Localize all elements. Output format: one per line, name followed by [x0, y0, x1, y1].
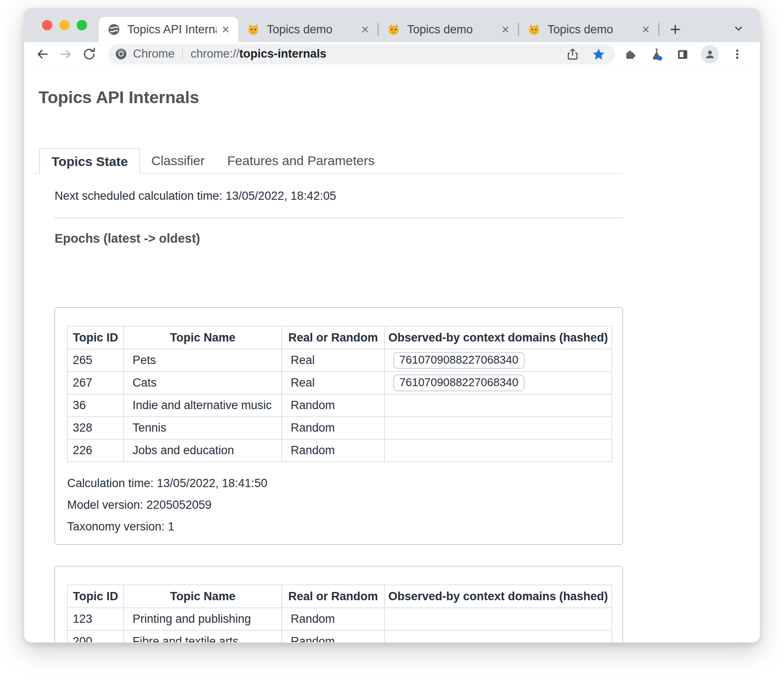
epoch-box: Topic IDTopic NameReal or RandomObserved…	[55, 307, 623, 545]
page-tab-classifier[interactable]: Classifier	[140, 148, 216, 173]
column-header-topic-name: Topic Name	[124, 585, 282, 608]
tab-close-button[interactable]	[219, 23, 232, 36]
cell-real-or-random: Random	[282, 439, 385, 462]
next-calculation-time: Next scheduled calculation time: 13/05/2…	[55, 189, 623, 203]
table-row: 328TennisRandom	[68, 417, 612, 439]
epochs-heading: Epochs (latest -> oldest)	[55, 231, 623, 246]
three-dot-menu-icon	[731, 48, 743, 60]
epoch-table: Topic IDTopic NameReal or RandomObserved…	[67, 326, 612, 462]
table-row: 267CatsReal7610709088227068340	[68, 372, 612, 394]
flask-icon	[650, 47, 664, 61]
profile-button[interactable]	[701, 45, 719, 63]
epochs-list: Topic IDTopic NameReal or RandomObserved…	[55, 307, 623, 643]
tab-separator	[658, 23, 659, 36]
globe-icon	[107, 23, 120, 36]
tab-search-button[interactable]	[731, 21, 746, 36]
browser-tab[interactable]: Topics demo	[519, 17, 658, 42]
column-header-topic-id: Topic ID	[68, 585, 124, 608]
tab-title: Topics API Internals	[127, 23, 217, 36]
column-header-observed-by-context-domains-hashed-: Observed-by context domains (hashed)	[385, 585, 612, 608]
forward-arrow-icon	[58, 47, 73, 62]
bookmark-button[interactable]	[591, 46, 606, 62]
back-button[interactable]	[34, 46, 51, 63]
page-content: Topics API Internals Topics StateClassif…	[24, 66, 760, 643]
page-tab-topics-state[interactable]: Topics State	[39, 148, 140, 174]
page-tab-features-and-parameters[interactable]: Features and Parameters	[216, 148, 386, 173]
cell-topic-name: Pets	[124, 349, 282, 372]
avatar-icon	[703, 48, 716, 61]
tab-close-button[interactable]	[359, 23, 372, 36]
menu-button[interactable]	[729, 46, 745, 62]
plus-icon	[669, 23, 681, 36]
browser-toolbar: Chrome chrome://topics-internals	[24, 42, 760, 66]
browser-tab[interactable]: Topics demo	[238, 17, 378, 42]
tab-strip: Topics API Internals Topics demo Topics …	[24, 8, 760, 42]
epoch-meta-line: Taxonomy version: 1	[67, 516, 611, 537]
topics-state-panel: Next scheduled calculation time: 13/05/2…	[55, 189, 623, 643]
experiments-button[interactable]	[649, 46, 664, 62]
side-panel-icon	[676, 48, 689, 61]
cell-topic-name: Jobs and education	[124, 439, 282, 462]
observed-domain-chip: 7610709088227068340	[393, 352, 525, 369]
share-button[interactable]	[565, 46, 580, 62]
reload-icon	[82, 47, 97, 62]
observed-domain-chip: 7610709088227068340	[393, 374, 525, 391]
cell-real-or-random: Random	[282, 394, 385, 417]
column-header-real-or-random: Real or Random	[282, 585, 385, 608]
cell-observed-domains: 7610709088227068340	[385, 349, 612, 372]
new-tab-button[interactable]	[665, 20, 685, 39]
cell-observed-domains	[385, 608, 612, 631]
cell-topic-name: Indie and alternative music	[124, 394, 282, 417]
cell-real-or-random: Random	[282, 631, 385, 643]
share-icon	[566, 48, 579, 61]
extensions-button[interactable]	[623, 46, 638, 62]
tab-title: Topics demo	[548, 23, 637, 36]
cell-topic-name: Cats	[124, 372, 282, 394]
cell-topic-id: 36	[68, 394, 124, 417]
omnibox-separator	[182, 49, 183, 60]
cat-icon	[387, 23, 400, 36]
epoch-meta: Calculation time: 13/05/2022, 18:41:50Mo…	[67, 472, 611, 537]
url-text: chrome://topics-internals	[191, 47, 327, 61]
site-label: Chrome	[133, 47, 175, 61]
column-header-topic-id: Topic ID	[68, 326, 124, 349]
column-header-topic-name: Topic Name	[124, 326, 282, 349]
epoch-meta-line: Model version: 2205052059	[67, 494, 611, 516]
browser-tab[interactable]: Topics demo	[379, 17, 518, 42]
cell-topic-id: 226	[68, 439, 124, 462]
close-window-button[interactable]	[42, 20, 52, 30]
cell-topic-id: 267	[68, 372, 124, 394]
cell-real-or-random: Random	[282, 417, 385, 439]
zoom-window-button[interactable]	[77, 20, 87, 30]
cell-observed-domains	[385, 439, 612, 462]
puzzle-icon	[624, 48, 637, 61]
cell-observed-domains	[385, 417, 612, 439]
reload-button[interactable]	[81, 46, 98, 63]
table-header-row: Topic IDTopic NameReal or RandomObserved…	[68, 326, 612, 349]
browser-tabs: Topics API Internals Topics demo Topics …	[99, 8, 659, 42]
window-controls	[24, 8, 87, 42]
address-bar[interactable]: Chrome chrome://topics-internals	[108, 44, 615, 64]
side-panel-button[interactable]	[675, 46, 690, 62]
table-header-row: Topic IDTopic NameReal or RandomObserved…	[68, 585, 612, 608]
cell-real-or-random: Real	[282, 349, 385, 372]
cell-topic-name: Tennis	[124, 417, 282, 439]
tab-close-button[interactable]	[639, 23, 652, 36]
minimize-window-button[interactable]	[59, 20, 70, 30]
forward-button[interactable]	[57, 46, 75, 63]
column-header-real-or-random: Real or Random	[282, 326, 385, 349]
epoch-table: Topic IDTopic NameReal or RandomObserved…	[67, 585, 612, 643]
tab-close-button[interactable]	[499, 23, 512, 36]
cell-observed-domains: 7610709088227068340	[385, 372, 612, 394]
table-row: 265PetsReal7610709088227068340	[68, 349, 612, 372]
table-row: 200Fibre and textile artsRandom	[68, 631, 612, 643]
epoch-meta-line: Calculation time: 13/05/2022, 18:41:50	[67, 472, 611, 494]
back-arrow-icon	[35, 47, 50, 62]
browser-tab[interactable]: Topics API Internals	[99, 17, 238, 42]
cat-icon	[247, 23, 260, 36]
cell-topic-name: Fibre and textile arts	[124, 631, 282, 643]
browser-window: Topics API Internals Topics demo Topics …	[24, 8, 760, 643]
page-title: Topics API Internals	[39, 88, 760, 107]
tab-title: Topics demo	[407, 23, 496, 36]
star-icon	[592, 47, 606, 61]
